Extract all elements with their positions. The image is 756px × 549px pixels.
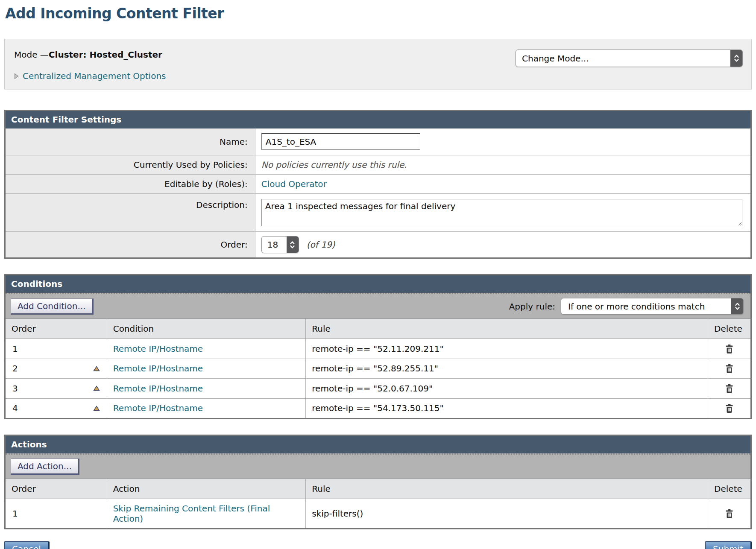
name-label: Name: <box>6 128 255 155</box>
col-delete: Delete <box>708 479 750 499</box>
order-number: 4 <box>12 403 18 413</box>
col-rule: Rule <box>306 479 708 499</box>
disclosure-triangle-icon[interactable] <box>14 73 19 79</box>
order-number: 1 <box>12 508 18 519</box>
centralized-management-row: Centralized Management Options <box>14 71 743 81</box>
condition-rule: remote-ip == "54.173.50.115" <box>306 398 708 418</box>
content-filter-settings-panel: Content Filter Settings Name: Currently … <box>4 110 752 259</box>
condition-row: 3 Remote IP/Hostname remote-ip == "52.0.… <box>6 379 750 399</box>
actions-panel: Actions Add Action... Order Action Rule … <box>4 435 752 529</box>
policies-label: Currently Used by Policies: <box>6 155 255 175</box>
condition-row: 2 Remote IP/Hostname remote-ip == "52.89… <box>6 359 750 379</box>
settings-row-order: Order: 18 (of 19) <box>6 232 750 258</box>
move-up-icon[interactable] <box>93 406 100 411</box>
change-mode-select-value: Change Mode... <box>516 50 730 67</box>
order-number: 2 <box>12 363 18 374</box>
page: Add Incoming Content Filter Mode —Cluste… <box>0 0 756 549</box>
delete-icon[interactable] <box>724 364 734 374</box>
conditions-panel-header: Conditions <box>6 275 750 293</box>
mode-value: Cluster: Hosted_Cluster <box>49 50 162 60</box>
col-order: Order <box>6 319 107 339</box>
settings-row-editable: Editable by (Roles): Cloud Operator <box>6 175 750 194</box>
settings-row-name: Name: <box>6 128 750 155</box>
select-stepper-icon <box>730 50 742 67</box>
condition-rule: remote-ip == "52.11.209.211" <box>306 339 708 359</box>
order-of-note: (of 19) <box>307 239 335 250</box>
conditions-header-row: Order Condition Rule Delete <box>6 319 750 339</box>
footer-bar: Cancel Submit <box>4 541 752 549</box>
col-order: Order <box>6 479 107 499</box>
centralized-management-link[interactable]: Centralized Management Options <box>23 71 166 81</box>
actions-header-row: Order Action Rule Delete <box>6 479 750 499</box>
action-rule: skip-filters() <box>306 499 708 529</box>
select-stepper-icon <box>731 298 743 314</box>
condition-rule: remote-ip == "52.89.255.11" <box>306 359 708 379</box>
order-label: Order: <box>6 232 255 258</box>
condition-rule: remote-ip == "52.0.67.109" <box>306 379 708 399</box>
conditions-toolbar: Add Condition... Apply rule: If one or m… <box>6 293 750 319</box>
settings-row-policies: Currently Used by Policies: No policies … <box>6 155 750 175</box>
condition-link[interactable]: Remote IP/Hostname <box>113 344 203 354</box>
apply-rule-select-value: If one or more conditions match <box>561 298 731 314</box>
add-action-button[interactable]: Add Action... <box>11 458 79 475</box>
description-label: Description: <box>6 194 255 232</box>
col-condition: Condition <box>107 319 306 339</box>
name-input[interactable] <box>261 133 420 150</box>
cancel-button[interactable]: Cancel <box>4 541 50 549</box>
conditions-panel: Conditions Add Condition... Apply rule: … <box>4 274 752 419</box>
settings-panel-header: Content Filter Settings <box>6 111 750 128</box>
order-number: 3 <box>12 383 18 394</box>
condition-row: 1 Remote IP/Hostname remote-ip == "52.11… <box>6 339 750 359</box>
page-title: Add Incoming Content Filter <box>5 5 752 22</box>
policies-value: No policies currently use this rule. <box>261 160 407 170</box>
col-rule: Rule <box>306 319 708 339</box>
col-action: Action <box>107 479 306 499</box>
condition-link[interactable]: Remote IP/Hostname <box>113 383 203 394</box>
submit-button[interactable]: Submit <box>705 541 752 549</box>
delete-icon[interactable] <box>724 344 734 354</box>
description-textarea[interactable] <box>261 199 742 226</box>
delete-icon[interactable] <box>724 509 734 519</box>
order-select-value: 18 <box>262 237 287 253</box>
editable-roles-link[interactable]: Cloud Operator <box>261 179 327 189</box>
apply-rule-label: Apply rule: <box>509 301 555 312</box>
action-link[interactable]: Skip Remaining Content Filters (Final Ac… <box>113 503 270 524</box>
actions-toolbar: Add Action... <box>6 453 750 479</box>
editable-label: Editable by (Roles): <box>6 175 255 194</box>
delete-icon[interactable] <box>724 403 734 414</box>
condition-link[interactable]: Remote IP/Hostname <box>113 363 203 374</box>
actions-panel-header: Actions <box>6 436 750 453</box>
order-select[interactable]: 18 <box>261 236 299 253</box>
condition-row: 4 Remote IP/Hostname remote-ip == "54.17… <box>6 398 750 418</box>
mode-label: Mode — <box>14 50 49 60</box>
settings-row-description: Description: <box>6 194 750 232</box>
apply-rule-select[interactable]: If one or more conditions match <box>561 298 744 315</box>
col-delete: Delete <box>708 319 750 339</box>
order-number: 1 <box>12 344 18 354</box>
condition-link[interactable]: Remote IP/Hostname <box>113 403 203 413</box>
action-row: 1 Skip Remaining Content Filters (Final … <box>6 499 750 529</box>
move-up-icon[interactable] <box>93 385 100 391</box>
select-stepper-icon <box>287 237 299 253</box>
mode-box: Mode —Cluster: Hosted_Cluster Change Mod… <box>4 39 752 89</box>
delete-icon[interactable] <box>724 384 734 394</box>
move-up-icon[interactable] <box>93 366 100 371</box>
change-mode-select[interactable]: Change Mode... <box>516 50 743 67</box>
add-condition-button[interactable]: Add Condition... <box>11 298 94 315</box>
